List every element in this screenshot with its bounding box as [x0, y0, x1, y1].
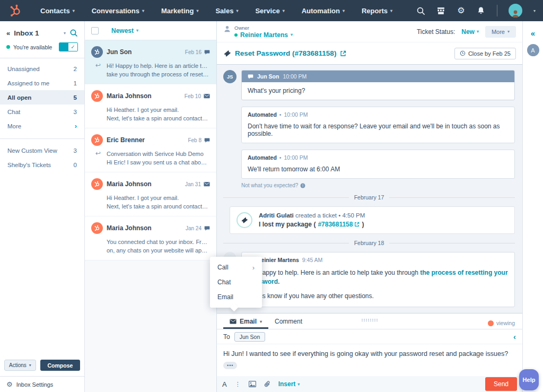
nav-item-sales[interactable]: Sales▾	[215, 7, 238, 15]
event-title-close: )	[362, 221, 364, 228]
menu-item-chat[interactable]: Chat	[210, 275, 262, 290]
feedback-label: Not what you expected?	[241, 182, 298, 188]
preview-line: take you through the process of resettin…	[107, 70, 210, 79]
external-link-icon[interactable]	[340, 50, 346, 57]
chevron-down-icon[interactable]: ▾	[533, 8, 536, 13]
composer-toolbar: A ⋮ Insert▾ Send	[217, 376, 522, 392]
email-icon	[204, 93, 210, 99]
contact-avatar	[91, 222, 103, 234]
inbox-title: Inbox 1	[14, 29, 39, 37]
text-format-button[interactable]: A	[222, 380, 227, 388]
bullet-separator: •	[279, 154, 282, 161]
message-text: Hi! Happy to help. Here is an article to…	[248, 269, 418, 276]
nav-item-contacts[interactable]: Contacts▾	[40, 7, 75, 15]
tab-email[interactable]: Email ▾	[223, 316, 268, 329]
sidebar-item-all-open[interactable]: All open5	[0, 90, 84, 104]
ticket-status-dropdown[interactable]: New▾	[461, 28, 479, 36]
tab-comment[interactable]: Comment	[268, 316, 309, 329]
nav-item-automation[interactable]: Automation▾	[302, 7, 345, 15]
collapse-sidebar-icon[interactable]: «	[6, 29, 10, 37]
ticket-title-link[interactable]: Reset Password (#783681158)	[235, 49, 336, 57]
notifications-bell-icon[interactable]	[477, 6, 486, 15]
nav-right-icons: ⚙ ▾	[416, 4, 536, 18]
actions-button[interactable]: Actions▾	[4, 360, 36, 371]
user-avatar[interactable]	[509, 4, 522, 18]
availability-toggle[interactable]: ✓	[59, 42, 78, 51]
recipient-chip[interactable]: Jun Son	[234, 332, 266, 342]
hubspot-logo-icon[interactable]	[8, 4, 22, 18]
bullet-separator: •	[279, 111, 282, 118]
insert-image-button[interactable]	[249, 381, 256, 387]
message-time: 10:00 PM	[283, 73, 306, 80]
compose-button[interactable]: Compose	[40, 360, 80, 371]
external-link-icon	[354, 222, 360, 227]
chevron-down-icon: ▾	[73, 8, 75, 13]
top-nav: Contacts▾ Conversations▾ Marketing▾ Sale…	[0, 0, 543, 21]
expand-trimmed-content-button[interactable]: •••	[223, 362, 237, 369]
select-all-checkbox[interactable]	[91, 27, 99, 34]
nav-item-service[interactable]: Service▾	[255, 7, 284, 15]
contact-avatar	[91, 178, 103, 190]
expand-panel-icon[interactable]: «	[531, 29, 535, 38]
nav-item-reports[interactable]: Reports▾	[362, 7, 392, 15]
draft-message-input[interactable]: Hi Jun! I wanted to see if everything is…	[217, 344, 522, 358]
marketplace-icon[interactable]	[436, 6, 445, 15]
send-button[interactable]: Send	[485, 377, 517, 391]
feedback-link[interactable]: Not what you expected? i	[241, 182, 515, 188]
search-icon[interactable]	[416, 6, 425, 15]
chevron-down-icon: ▾	[142, 8, 144, 13]
sort-dropdown[interactable]: Newest▾	[111, 27, 138, 34]
chevron-down-icon: ▾	[343, 8, 345, 13]
view-label: Assigned to me	[7, 80, 49, 86]
contact-avatar	[91, 134, 103, 146]
conversation-item[interactable]: Maria Johnson Feb 10 Hi Heather. I got y…	[85, 84, 216, 128]
more-formatting-button[interactable]: ⋮	[235, 381, 241, 388]
menu-item-email[interactable]: Email	[210, 290, 262, 304]
sidebar-header: « Inbox 1 ▾	[0, 21, 84, 37]
inbox-settings-button[interactable]: ⚙ Inbox Settings	[0, 376, 84, 392]
ticket-status-value: New	[461, 28, 475, 36]
message-time: 10:00 PM	[284, 111, 308, 118]
ticket-number-link[interactable]: #783681158	[318, 221, 360, 228]
sidebar-item-chat[interactable]: Chat3	[0, 104, 84, 119]
conversation-item[interactable]: Maria Johnson Jan 31 Hi Heather. I got y…	[85, 172, 216, 216]
event-actor: Adriti Gulati	[259, 212, 294, 219]
menu-item-label: Chat	[217, 278, 231, 286]
menu-item-call[interactable]: Call›	[210, 260, 262, 275]
viewer-avatar	[488, 320, 494, 326]
close-by-button[interactable]: Close by Feb 25	[454, 48, 516, 59]
owner-dropdown[interactable]: Reinier Martens ▾	[234, 31, 293, 39]
conversation-item[interactable]: Jun Son Feb 16 ↩ Hi! Happy to help. Here…	[85, 40, 216, 84]
help-button[interactable]: Help	[519, 369, 539, 390]
contact-avatar[interactable]: A	[527, 44, 539, 56]
agent-reply-message: Reinier Martens 9:45 AM Hi! Happy to hel…	[223, 252, 515, 307]
sidebar-item-assigned-to-me[interactable]: Assigned to me1	[0, 76, 84, 90]
sidebar-item-new-custom-view[interactable]: New Custom View3	[0, 143, 84, 158]
preview-line: Next, let's take a spin around contacts …	[107, 114, 210, 123]
close-by-label: Close by Feb 25	[468, 50, 511, 57]
nav-item-conversations[interactable]: Conversations▾	[92, 7, 144, 15]
insert-dropdown[interactable]: Insert▾	[278, 380, 300, 388]
conversation-date: Feb 8	[188, 137, 202, 143]
settings-gear-icon[interactable]: ⚙	[457, 6, 466, 15]
conversation-item[interactable]: Maria Johnson Jan 24 You connected chat …	[85, 216, 216, 260]
conversation-date: Feb 10	[185, 93, 201, 99]
thread-header: Owner Reinier Martens ▾ Ticket Status: N…	[217, 21, 522, 65]
sidebar-item-more[interactable]: More›	[0, 119, 84, 133]
conversation-list-header: Newest▾	[85, 21, 216, 40]
more-button[interactable]: More▾	[485, 26, 516, 38]
nav-item-marketing[interactable]: Marketing▾	[161, 7, 198, 15]
to-label: To	[223, 333, 230, 341]
sidebar-item-shelbys-tickets[interactable]: Shelby's Tickets0	[0, 158, 84, 172]
search-conversations-icon[interactable]	[69, 29, 78, 37]
preview-line: Hi Eric! I saw you sent us a chat about …	[107, 158, 210, 167]
recipient-row: To Jun Son ‹	[217, 329, 522, 344]
attach-file-button[interactable]	[264, 380, 270, 388]
reply-composer: Email ▾ Comment viewing To Jun Son ‹ Hi …	[217, 313, 522, 392]
inbox-dropdown-icon[interactable]: ▾	[64, 31, 66, 36]
automated-message-card: Automated • 10:00 PM Don't have time to …	[241, 107, 515, 143]
collapse-recipients-icon[interactable]: ‹	[513, 332, 516, 341]
conversation-item[interactable]: Eric Brenner Feb 8 ↩ Conversation with S…	[85, 128, 216, 172]
sidebar-item-unassigned[interactable]: Unassigned2	[0, 62, 84, 76]
resize-grip-handle[interactable]	[361, 315, 379, 324]
